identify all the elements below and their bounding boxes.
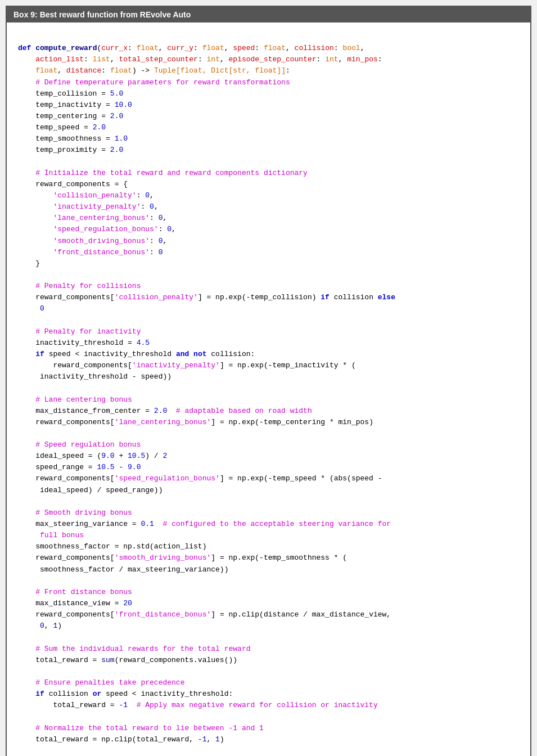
- code-box: Box 9: Best reward function from REvolve…: [6, 6, 531, 756]
- box-title: Box 9: Best reward function from REvolve…: [7, 7, 530, 22]
- code-content: def compute_reward(curr_x: float, curr_y…: [7, 22, 530, 756]
